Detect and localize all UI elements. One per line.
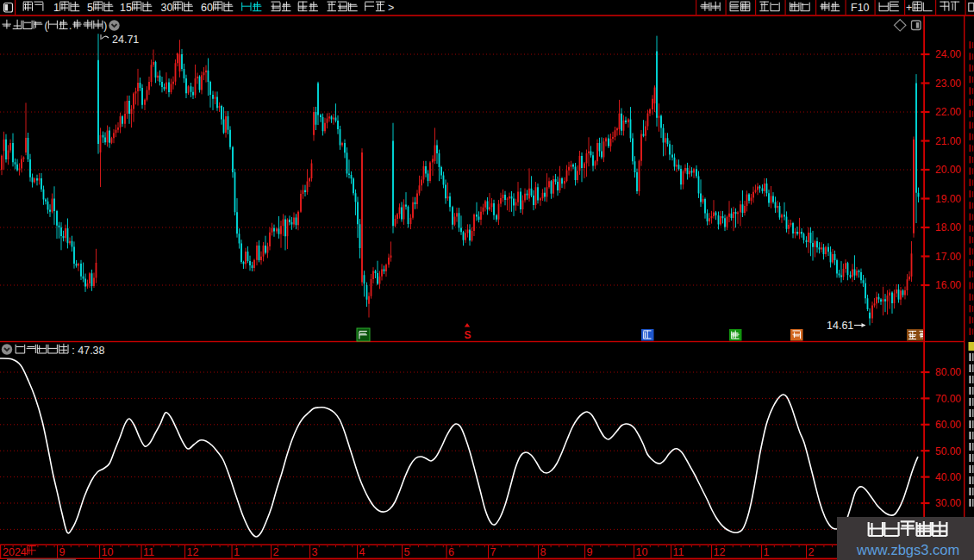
svg-text:4: 4	[359, 546, 365, 558]
svg-text:: 47.38: : 47.38	[72, 345, 104, 357]
svg-text:30.00: 30.00	[935, 497, 961, 509]
svg-text:21.00: 21.00	[935, 135, 961, 147]
svg-text:2: 2	[809, 546, 815, 558]
svg-text:9: 9	[587, 546, 593, 558]
svg-text:>: >	[388, 2, 394, 14]
svg-text:5: 5	[404, 546, 410, 558]
svg-text:24.71: 24.71	[112, 34, 139, 46]
svg-text:1: 1	[764, 546, 770, 558]
svg-text:1: 1	[234, 546, 240, 558]
svg-text:www.zbgs3.com: www.zbgs3.com	[856, 542, 959, 557]
svg-text:2024: 2024	[3, 546, 27, 558]
svg-text:18.00: 18.00	[935, 221, 961, 233]
svg-text:7: 7	[490, 546, 496, 558]
svg-text:50.00: 50.00	[935, 445, 961, 457]
svg-text:17.00: 17.00	[935, 251, 961, 263]
svg-text:16.00: 16.00	[935, 279, 961, 291]
svg-text:10: 10	[636, 546, 648, 558]
svg-text:10: 10	[102, 546, 114, 558]
svg-text:14.61: 14.61	[827, 320, 853, 332]
svg-text:6: 6	[448, 546, 454, 558]
svg-text:9: 9	[59, 546, 66, 558]
svg-text:60.00: 60.00	[935, 419, 961, 431]
svg-text:12: 12	[714, 546, 726, 558]
svg-text:2: 2	[273, 546, 279, 558]
svg-text:3: 3	[312, 546, 318, 558]
svg-text:5: 5	[87, 2, 93, 14]
svg-text:30: 30	[161, 2, 173, 14]
svg-text:+: +	[906, 2, 912, 14]
svg-text:24.00: 24.00	[935, 48, 961, 60]
svg-text:12: 12	[187, 546, 199, 558]
svg-text:): )	[103, 20, 107, 32]
svg-text:19.00: 19.00	[935, 193, 961, 205]
svg-text:80.00: 80.00	[935, 366, 961, 378]
svg-text:23.00: 23.00	[935, 78, 961, 90]
svg-text:70.00: 70.00	[935, 393, 961, 405]
svg-text:15: 15	[120, 2, 132, 14]
svg-text:S: S	[465, 329, 471, 341]
svg-text:20.00: 20.00	[935, 164, 961, 176]
svg-text:11: 11	[673, 546, 684, 558]
svg-text:60: 60	[201, 2, 213, 14]
svg-text:F10: F10	[851, 2, 870, 14]
svg-text:1: 1	[53, 2, 59, 14]
svg-text:11: 11	[143, 546, 154, 558]
svg-text:(: (	[45, 20, 48, 32]
svg-text:22.00: 22.00	[935, 106, 961, 118]
svg-text:8: 8	[540, 546, 546, 558]
svg-text:.: .	[69, 20, 72, 32]
svg-text:40.00: 40.00	[935, 471, 961, 483]
